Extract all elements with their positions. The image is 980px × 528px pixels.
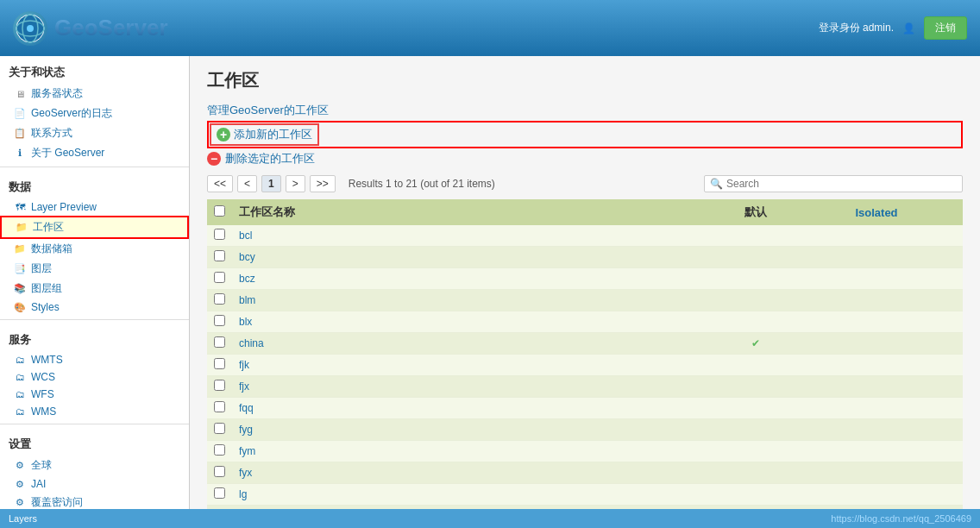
geoserver-logo-icon xyxy=(13,11,47,46)
sidebar-item-wmts[interactable]: 🗂 WMTS xyxy=(0,351,189,368)
row-name-cell[interactable]: fym xyxy=(232,441,721,462)
row-checkbox[interactable] xyxy=(214,466,225,477)
sidebar-item-jai[interactable]: ⚙ JAI xyxy=(0,475,189,493)
row-checkbox[interactable] xyxy=(214,444,225,456)
row-checkbox-cell[interactable] xyxy=(207,462,232,484)
row-checkbox-cell[interactable] xyxy=(207,333,232,355)
row-default-cell xyxy=(721,268,790,290)
row-checkbox[interactable] xyxy=(214,336,225,348)
workspace-name-link[interactable]: bcz xyxy=(239,273,255,285)
sidebar-item-wcs[interactable]: 🗂 WCS xyxy=(0,368,189,386)
global-icon: ⚙ xyxy=(14,460,26,472)
row-name-cell[interactable]: blx xyxy=(232,311,721,333)
search-box[interactable]: 🔍 xyxy=(704,175,963,192)
row-checkbox-cell[interactable] xyxy=(207,441,232,462)
sidebar-item-wfs[interactable]: 🗂 WFS xyxy=(0,386,189,403)
row-name-cell[interactable]: china xyxy=(232,333,721,355)
row-default-cell xyxy=(721,376,790,398)
select-all-checkbox[interactable] xyxy=(214,205,225,217)
row-name-cell[interactable]: bcz xyxy=(232,268,721,290)
workspace-name-link[interactable]: fyx xyxy=(239,467,252,479)
row-name-cell[interactable]: bcl xyxy=(232,225,721,247)
header-right: 登录身份 admin. 👤 注销 xyxy=(819,16,967,40)
sidebar-item-coverage-access[interactable]: ⚙ 覆盖密访问 xyxy=(0,493,189,509)
row-checkbox[interactable] xyxy=(214,380,225,391)
row-checkbox[interactable] xyxy=(214,293,225,305)
row-default-cell xyxy=(721,290,790,311)
sidebar-item-layergroups[interactable]: 📚 图层组 xyxy=(0,279,189,299)
sidebar-item-workspace[interactable]: 📁 工作区 xyxy=(2,217,187,237)
prev-page-button[interactable]: < xyxy=(237,175,257,192)
row-isolated-cell xyxy=(790,247,963,268)
current-page-button[interactable]: 1 xyxy=(261,175,281,192)
workspace-name-link[interactable]: blm xyxy=(239,294,255,306)
row-checkbox-cell[interactable] xyxy=(207,398,232,419)
search-input[interactable] xyxy=(726,178,957,190)
row-checkbox[interactable] xyxy=(214,315,225,326)
row-checkbox-cell[interactable] xyxy=(207,419,232,441)
row-checkbox-cell[interactable] xyxy=(207,484,232,506)
row-name-cell[interactable]: fjx xyxy=(232,376,721,398)
jai-icon: ⚙ xyxy=(14,478,26,490)
row-checkbox[interactable] xyxy=(214,272,225,283)
sidebar-item-geoserver-log[interactable]: 📄 GeoServer的日志 xyxy=(0,104,189,123)
row-default-cell xyxy=(721,225,790,247)
workspace-name-link[interactable]: fjx xyxy=(239,380,249,393)
sidebar-item-server-status[interactable]: 🖥 服务器状态 xyxy=(0,84,189,104)
manage-workspaces-link[interactable]: 管理GeoServer的工作区 xyxy=(207,103,963,118)
row-isolated-cell xyxy=(790,441,963,462)
row-name-cell[interactable]: fqq xyxy=(232,398,721,419)
workspace-name-link[interactable]: fjk xyxy=(239,359,249,371)
row-name-cell[interactable]: fjk xyxy=(232,355,721,376)
sidebar-item-about[interactable]: ℹ 关于 GeoServer xyxy=(0,143,189,163)
user-icon: 👤 xyxy=(902,22,915,35)
row-checkbox-cell[interactable] xyxy=(207,247,232,268)
table-row: bcz xyxy=(207,268,963,290)
next-page-button[interactable]: > xyxy=(286,175,305,192)
workspace-name-link[interactable]: blx xyxy=(239,316,252,328)
row-checkbox[interactable] xyxy=(214,401,225,412)
workspace-name-link[interactable]: bcl xyxy=(239,229,252,242)
workspace-name-link[interactable]: fym xyxy=(239,445,255,457)
logout-button[interactable]: 注销 xyxy=(924,16,967,40)
row-checkbox-cell[interactable] xyxy=(207,376,232,398)
row-checkbox[interactable] xyxy=(214,250,225,261)
wmts-icon: 🗂 xyxy=(14,354,26,366)
row-checkbox-cell[interactable] xyxy=(207,225,232,247)
row-checkbox-cell[interactable] xyxy=(207,311,232,333)
sidebar-item-global[interactable]: ⚙ 全球 xyxy=(0,456,189,475)
row-name-cell[interactable]: lg xyxy=(232,484,721,506)
layergroups-icon: 📚 xyxy=(14,283,26,295)
workspace-name-link[interactable]: china xyxy=(239,337,264,349)
sidebar-item-contact[interactable]: 📋 联系方式 xyxy=(0,123,189,143)
workspace-folder-icon: 📁 xyxy=(16,222,28,234)
workspace-name-link[interactable]: bcy xyxy=(239,251,255,263)
row-name-cell[interactable]: blm xyxy=(232,290,721,311)
row-checkbox[interactable] xyxy=(214,423,225,434)
row-checkbox[interactable] xyxy=(214,358,225,369)
row-checkbox-cell[interactable] xyxy=(207,355,232,376)
sidebar-item-wms[interactable]: 🗂 WMS xyxy=(0,403,189,420)
col-header-default: 默认 xyxy=(721,199,790,225)
row-name-cell[interactable]: bcy xyxy=(232,247,721,268)
sidebar-item-layers[interactable]: 📑 图层 xyxy=(0,259,189,279)
row-checkbox-cell[interactable] xyxy=(207,290,232,311)
datastore-icon: 📁 xyxy=(14,243,26,255)
workspace-name-link[interactable]: fqq xyxy=(239,402,254,414)
row-name-cell[interactable]: fyg xyxy=(232,419,721,441)
sidebar-item-datastores[interactable]: 📁 数据储箱 xyxy=(0,239,189,259)
workspace-name-link[interactable]: lg xyxy=(239,488,247,500)
logo-area: GeoServer xyxy=(13,11,168,46)
row-checkbox[interactable] xyxy=(214,229,225,240)
remove-workspace-link[interactable]: − 删除选定的工作区 xyxy=(207,151,963,167)
first-page-button[interactable]: << xyxy=(207,175,233,192)
workspace-name-link[interactable]: fyg xyxy=(239,424,253,436)
sidebar-item-layer-preview[interactable]: 🗺 Layer Preview xyxy=(0,198,189,216)
table-row: fjx xyxy=(207,376,963,398)
last-page-button[interactable]: >> xyxy=(310,175,336,192)
add-workspace-link[interactable]: + 添加新的工作区 xyxy=(210,123,319,146)
sidebar-item-styles[interactable]: 🎨 Styles xyxy=(0,299,189,316)
row-checkbox-cell[interactable] xyxy=(207,268,232,290)
row-name-cell[interactable]: fyx xyxy=(232,462,721,484)
row-checkbox[interactable] xyxy=(214,487,225,499)
